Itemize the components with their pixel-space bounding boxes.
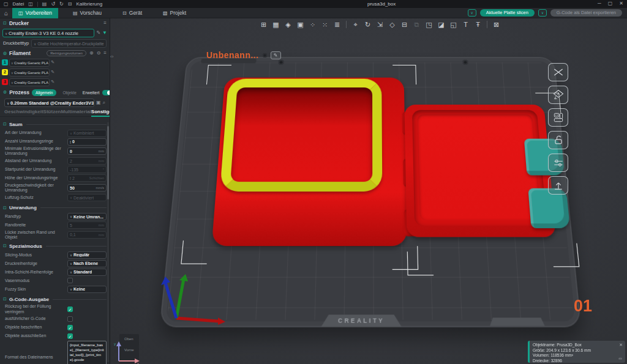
setting-input[interactable]: -135°: [67, 166, 107, 173]
setting-select[interactable]: ∨Nach Ebene: [67, 260, 107, 267]
lift-object-icon[interactable]: [548, 176, 568, 195]
filament-edit-icon[interactable]: ✎: [51, 60, 54, 65]
arrange-all-icon[interactable]: ⁙: [320, 21, 329, 29]
process-mode-objekte[interactable]: Objekte: [59, 89, 80, 96]
setting-spinner[interactable]: ▴▾0: [67, 138, 107, 146]
slice-options-chevron[interactable]: ∨: [468, 9, 476, 17]
printer-edit-icon[interactable]: ✎: [96, 30, 100, 35]
slice-button[interactable]: Aktuelle Platte slicen: [480, 9, 535, 17]
rotate-icon[interactable]: ↻: [363, 21, 372, 29]
tab-projekt[interactable]: ▧Projekt: [157, 8, 192, 18]
filament-color-badge[interactable]: 3: [2, 79, 8, 85]
filament-select[interactable]: ∨ Creality Generic PLA: [9, 59, 50, 67]
printer-select[interactable]: ∨ Creality Ender-3 V3 KE 0.4 nozzle: [2, 29, 94, 37]
add-model-icon[interactable]: ⊞: [259, 21, 268, 29]
support-painting-icon[interactable]: Ŧ: [473, 21, 482, 28]
calibration-icon[interactable]: ⊟: [68, 1, 72, 7]
arrange-plate-icon[interactable]: [548, 108, 568, 127]
workspace-icon[interactable]: ◫: [28, 1, 33, 7]
move-icon[interactable]: ⌖: [351, 21, 360, 29]
setting-select[interactable]: ∨Kombiniert: [67, 130, 107, 137]
setting-checkbox[interactable]: ✓: [67, 333, 73, 339]
settings-tab-multimaterial[interactable]: Multimaterial: [61, 108, 91, 117]
lock-plate-icon[interactable]: [548, 131, 568, 149]
menu-kalibrierung[interactable]: Kalibrierung: [76, 1, 102, 7]
close-icon[interactable]: ✕: [619, 1, 623, 6]
setting-checkbox[interactable]: ✓: [67, 306, 73, 312]
info-minimize-icon[interactable]: ▭: [618, 357, 622, 362]
setting-select[interactable]: ∨Deaktiviert: [67, 194, 107, 201]
arrange-icon[interactable]: ⁘: [308, 21, 317, 29]
settings-tab-sonstiges[interactable]: Sonstiges: [91, 108, 110, 117]
setting-select[interactable]: ∨Regulär: [67, 251, 107, 259]
filament-color-badge[interactable]: 2: [2, 69, 8, 75]
setting-input[interactable]: 5mm: [67, 221, 107, 229]
filament-select[interactable]: ∨ Creality Generic PLA: [9, 69, 50, 76]
printer-settings-icon[interactable]: ≡: [103, 20, 107, 26]
tab-vorbereiten[interactable]: ◫Vorbereiten: [12, 8, 58, 18]
filament-settings-icon[interactable]: ≡: [103, 50, 107, 56]
export-gcode-button[interactable]: G-Code als Datei exportieren: [550, 9, 622, 17]
sidebar-scrollbar[interactable]: [107, 122, 109, 362]
seam-painting-icon[interactable]: ◳: [424, 21, 434, 29]
plate-settings-icon[interactable]: [548, 154, 568, 172]
place-on-face-icon[interactable]: ◇: [388, 21, 397, 29]
info-close-icon[interactable]: ✕: [619, 342, 623, 347]
redo-icon[interactable]: ↻: [59, 1, 64, 7]
preset-search-icon[interactable]: ⌕: [103, 100, 105, 106]
filename-format-textarea[interactable]: {input_filename_base}_{filament_type[ini…: [67, 341, 107, 364]
plate-rename-icon[interactable]: ✎: [271, 51, 281, 59]
purge-volume-button[interactable]: Reinigungsvolumen: [47, 50, 86, 56]
process-mode-allgemein[interactable]: Allgemein: [32, 89, 57, 96]
layers-icon[interactable]: ≣: [332, 21, 342, 29]
setting-input[interactable]: 0mm: [67, 147, 107, 155]
auto-orient-icon[interactable]: A: [548, 86, 568, 104]
setting-input[interactable]: 50mm/s: [67, 184, 107, 191]
plate-title[interactable]: Unbenann...: [206, 50, 259, 60]
filament-select[interactable]: ∨ Creality Generic PLA: [9, 78, 50, 86]
remove-filament-icon[interactable]: ⊖: [97, 50, 101, 56]
viewport-3d[interactable]: ‹› ⊞▦◈▣⁘⁙≣⌖↻⇲◇⊟⧉◳◪◱TŦ⊠: [110, 18, 627, 364]
preset-save-icon[interactable]: ▣: [96, 100, 101, 105]
image-icon[interactable]: ▣: [296, 21, 305, 29]
bed-type-select[interactable]: ∨ Glatte Hochtemperatur-Druckplatte: [31, 39, 107, 48]
text-icon[interactable]: T: [461, 21, 470, 28]
setting-select[interactable]: ∨Standard: [67, 269, 107, 276]
filament-edit-icon[interactable]: ✎: [51, 80, 54, 84]
lay-flat-icon[interactable]: ◈: [283, 21, 293, 29]
maximize-icon[interactable]: ▢: [608, 1, 613, 6]
cut-icon[interactable]: ⊟: [400, 21, 409, 29]
sketch-icon[interactable]: ◪: [437, 21, 446, 29]
advanced-toggle[interactable]: [102, 90, 110, 95]
plate-grid-icon[interactable]: ▦: [271, 21, 280, 29]
export-options-chevron[interactable]: ∨: [538, 9, 547, 17]
undo-icon[interactable]: ↺: [51, 1, 55, 7]
settings-tab-geschwindigkeit[interactable]: Geschwindigkeit: [4, 108, 43, 117]
tab-gerät[interactable]: ⊡Gerät: [116, 8, 148, 18]
scale-icon[interactable]: ⇲: [375, 21, 385, 29]
setting-select[interactable]: ∨Keine Umran...: [67, 213, 107, 220]
add-filament-icon[interactable]: ⊕: [89, 50, 94, 56]
minimize-icon[interactable]: ─: [598, 1, 601, 6]
setting-input[interactable]: 0,1mm: [67, 231, 107, 239]
filament-edit-icon[interactable]: ✎: [51, 70, 54, 75]
menu-datei[interactable]: Datei: [13, 1, 24, 7]
setting-checkbox[interactable]: [67, 316, 73, 322]
home-icon[interactable]: ⌂: [0, 10, 12, 17]
sidebar-collapse-icon[interactable]: ‹›: [110, 54, 113, 59]
delete-plate-icon[interactable]: [548, 63, 568, 81]
drag-icon[interactable]: ◱: [449, 21, 458, 29]
stepper-icon[interactable]: ▴▾: [70, 140, 71, 144]
preset-select[interactable]: ∨ 0.20mm Standard @Creality Ender3V3KE: [4, 98, 94, 107]
setting-checkbox[interactable]: ✓: [67, 325, 73, 330]
setting-select[interactable]: ∨Keine: [67, 286, 107, 293]
filament-color-badge[interactable]: 1: [2, 59, 8, 65]
stepper-icon[interactable]: ▴▾: [70, 176, 71, 180]
setting-spinner[interactable]: ▴▾2Schichten: [67, 174, 107, 182]
model-box-bottom[interactable]: [212, 78, 407, 246]
split-icon[interactable]: ⊠: [492, 21, 501, 29]
settings-tab-stützen[interactable]: Stützen: [43, 108, 61, 117]
setting-checkbox[interactable]: [67, 278, 73, 283]
save-icon[interactable]: ▤: [42, 1, 47, 7]
nozzle-filter-icon[interactable]: ▼: [102, 30, 107, 35]
